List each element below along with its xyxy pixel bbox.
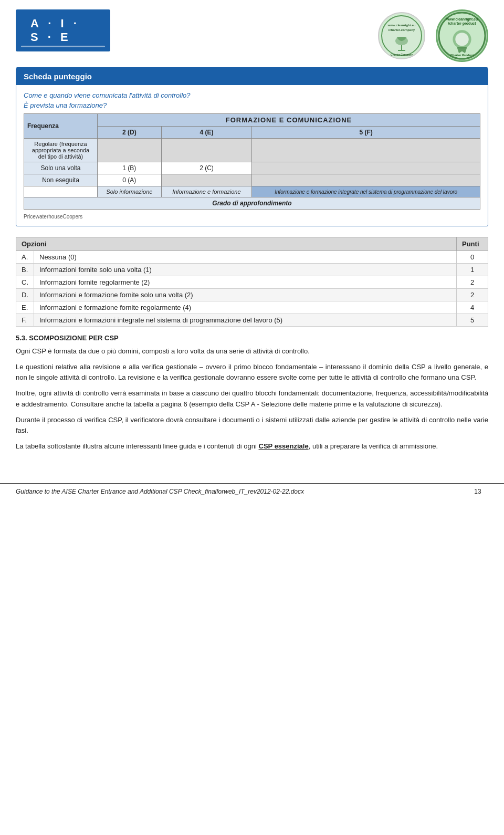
row-descriptions: Solo informazione Informazione e formazi… (24, 186, 480, 197)
option-text-4: Informazioni e formazione fornite regola… (34, 301, 457, 314)
option-letter-2: C. (16, 276, 34, 289)
cell-info-form-full: Informazione e formazione integrate nel … (252, 186, 480, 197)
option-letter-4: E. (16, 301, 34, 314)
grado-row: Grado di approfondimento (24, 197, 480, 210)
cell-5f-regolare (252, 139, 480, 162)
col-5f: 5 (F) (252, 127, 480, 139)
header: A · I · S · E www.cleanright.eu /charter… (0, 0, 504, 67)
cell-non-gray1 (161, 174, 252, 186)
svg-point-11 (455, 33, 468, 46)
cleanright-charter-company-logo: www.cleanright.eu /charter-company Chart… (378, 12, 425, 59)
options-row-4: E. Informazioni e formazione fornite reg… (16, 301, 488, 314)
option-letter-5: F. (16, 314, 34, 327)
cell-2d-regolare (98, 139, 162, 162)
paragraph-2: Inoltre, ogni attività di controllo verr… (16, 388, 488, 409)
paragraph-4: La tabella sottostante illustra alcune i… (16, 441, 488, 452)
question1: Come e quando viene comunicata l'attivit… (24, 91, 480, 99)
csp-essenziale-bold: CSP essenziale (259, 442, 309, 450)
empty-desc (24, 186, 98, 197)
footer-text: Guidance to the AISE Charter Entrance an… (16, 488, 467, 495)
main-content: Scheda punteggio Come e quando viene com… (0, 67, 504, 467)
cleanright-charter-product-logo: www.cleanright.eu /charter-product Chart… (436, 9, 488, 62)
col-2d: 2 (D) (98, 127, 162, 139)
option-text-5: Informazioni e formazioni integrate nel … (34, 314, 457, 327)
paragraphs-container: Ogni CSP è formata da due o più domini, … (16, 346, 488, 452)
freq-non-eseguita: Non eseguita (24, 174, 98, 186)
option-punti-1: 1 (457, 264, 488, 276)
cell-1b: 1 (B) (98, 162, 162, 174)
options-row-3: D. Informazioni e formazione fornite sol… (16, 289, 488, 301)
section-num: 5.3. (16, 334, 27, 342)
option-punti-5: 5 (457, 314, 488, 327)
cell-solo-gray (252, 162, 480, 174)
paragraph-3: Durante il processo di verifica CSP, il … (16, 415, 488, 436)
punti-header: Punti (457, 237, 488, 251)
footer: Guidance to the AISE Charter Entrance an… (0, 483, 504, 499)
option-punti-3: 2 (457, 289, 488, 301)
paragraph-0: Ogni CSP è formata da due o più domini, … (16, 346, 488, 357)
cell-non-gray2 (252, 174, 480, 186)
header-right-logos: www.cleanright.eu /charter-company Chart… (378, 9, 488, 62)
row-solo-una-volta: Solo una volta 1 (B) 2 (C) (24, 162, 480, 174)
option-letter-3: D. (16, 289, 34, 301)
logo-text: A · I · S · E (30, 17, 96, 44)
svg-text:/charter-product: /charter-product (448, 22, 477, 26)
pwc-label: PricewaterhouseCoopers (24, 214, 480, 220)
options-table: Opzioni Punti A. Nessuna (0) 0 B. Inform… (16, 237, 488, 327)
row-non-eseguita: Non eseguita 0 (A) (24, 174, 480, 186)
grado-cell: Grado di approfondimento (24, 197, 480, 210)
score-matrix-table: Frequenza FORMAZIONE E COMUNICAZIONE 2 (… (24, 113, 480, 210)
footer-page: 13 (467, 488, 488, 495)
svg-text:/charter-company: /charter-company (388, 28, 415, 32)
col-4e: 4 (E) (161, 127, 252, 139)
options-row-1: B. Informazioni fornite solo una volta (… (16, 264, 488, 276)
option-text-1: Informazioni fornite solo una volta (1) (34, 264, 457, 276)
formazione-header: FORMAZIONE E COMUNICAZIONE (98, 114, 480, 127)
option-letter-1: B. (16, 264, 34, 276)
options-row-5: F. Informazioni e formazioni integrate n… (16, 314, 488, 327)
cell-info-form: Informazione e formazione (161, 186, 252, 197)
freq-solo: Solo una volta (24, 162, 98, 174)
cell-2c: 2 (C) (161, 162, 252, 174)
section-heading: 5.3. SCOMPOSIZIONE PER CSP (16, 334, 488, 342)
frequenza-header: Frequenza (24, 114, 98, 139)
option-punti-2: 2 (457, 276, 488, 289)
score-card-body: Come e quando viene comunicata l'attivit… (16, 85, 488, 226)
aise-logo: A · I · S · E (16, 9, 110, 51)
section-title: SCOMPOSIZIONE PER CSP (29, 334, 118, 342)
option-letter-0: A. (16, 251, 34, 264)
option-punti-4: 4 (457, 301, 488, 314)
options-row-0: A. Nessuna (0) 0 (16, 251, 488, 264)
svg-text:www.cleanright.eu: www.cleanright.eu (446, 17, 478, 22)
score-card: Scheda punteggio Come e quando viene com… (16, 67, 488, 226)
freq-regolare: Regolare (frequenza appropriata a second… (24, 139, 98, 162)
options-row-2: C. Informazioni fornite regolarmente (2)… (16, 276, 488, 289)
row-regolare: Regolare (frequenza appropriata a second… (24, 139, 480, 162)
cell-4e-regolare (161, 139, 252, 162)
option-punti-0: 0 (457, 251, 488, 264)
cell-0a: 0 (A) (98, 174, 162, 186)
option-text-2: Informazioni fornite regolarmente (2) (34, 276, 457, 289)
svg-text:www.cleanright.eu: www.cleanright.eu (387, 24, 416, 27)
svg-text:Charter Company: Charter Company (391, 53, 413, 56)
paragraph-1: Le questioni relative alla revisione e a… (16, 362, 488, 383)
options-header: Opzioni (16, 237, 457, 251)
score-card-title: Scheda punteggio (16, 68, 488, 85)
option-text-3: Informazioni e formazione fornite solo u… (34, 289, 457, 301)
option-text-0: Nessuna (0) (34, 251, 457, 264)
question2: È prevista una formazione? (24, 101, 480, 109)
svg-text:Charter Product: Charter Product (450, 54, 474, 57)
cell-solo-info: Solo informazione (98, 186, 162, 197)
